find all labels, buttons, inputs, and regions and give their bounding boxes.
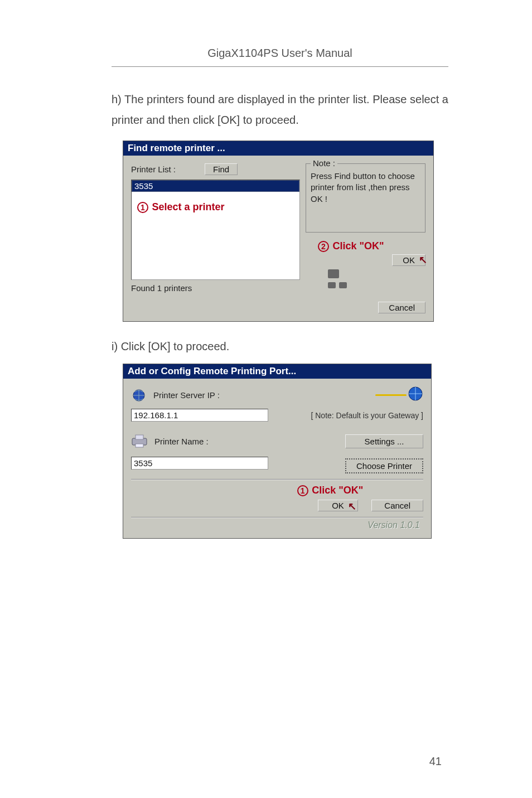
annotation-click-ok-1: Click "OK" [332,240,384,252]
settings-button[interactable]: Settings ... [345,434,423,448]
cursor-icon: ↖ [348,500,356,512]
printer-name-input[interactable]: 3535 [131,457,268,470]
annotation-circle-2: 2 [318,241,329,252]
printer-server-ip-label: Printer Server IP : [153,390,220,400]
printer-list-box[interactable]: 3535 1 Select a printer [131,180,300,280]
printer-name-label: Printer Name : [154,437,209,446]
gateway-note-label: [ Note: Default is your Gateway ] [311,411,423,420]
find-remote-printer-dialog: Find remote printer ... Printer List : F… [123,141,434,322]
svg-rect-3 [136,435,143,439]
annotation-click-ok-2: Click "OK" [312,485,363,496]
dialog2-title: Add or Config Remote Printing Port... [123,364,431,379]
note-groupbox: Note : Press Find button to choose print… [306,163,425,233]
annotation-select-printer: Select a printer [152,201,224,212]
paragraph-h: h) The printers found are displayed in t… [112,89,448,130]
ok-button[interactable]: OK ↖ [392,254,425,266]
network-globe-icon [131,386,148,403]
connection-line-icon [375,394,407,396]
printer-icon [339,282,347,288]
svg-rect-4 [136,444,143,447]
add-config-remote-port-dialog: Add or Config Remote Printing Port... Pr… [123,364,432,539]
page-number: 41 [429,755,442,768]
choose-printer-button[interactable]: Choose Printer [345,458,423,473]
printer-icon [131,434,149,448]
annotation-circle-1: 1 [137,202,148,213]
find-button[interactable]: Find [205,163,238,175]
note-legend: Note : [311,158,337,168]
globe-server-icon [407,385,423,404]
cursor-icon: ↖ [419,254,427,266]
dialog1-title: Find remote printer ... [123,141,433,156]
annotation-circle-1-dlg2: 1 [297,485,308,496]
printer-list-item-selected[interactable]: 3535 [132,180,299,192]
printer-icon [328,269,339,278]
printer-icon [328,282,336,288]
cancel-button[interactable]: Cancel [378,302,425,313]
printer-server-ip-input[interactable]: 192.168.1.1 [131,409,268,422]
manual-header: GigaX1104PS User's Manual [112,47,448,67]
version-label: Version 1.0.1 [131,518,423,535]
ok-button-label: OK [403,255,415,265]
printer-list-label: Printer List : [131,165,176,174]
divider [131,479,423,480]
note-body: Press Find button to choose printer from… [311,171,420,205]
paragraph-i: i) Click [OK] to proceed. [112,336,448,357]
found-printers-status: Found 1 printers [131,283,300,293]
ok-button-dlg2[interactable]: OK ↖ [318,500,358,511]
ok-button-dlg2-label: OK [332,501,344,510]
cancel-button-dlg2[interactable]: Cancel [371,500,423,511]
